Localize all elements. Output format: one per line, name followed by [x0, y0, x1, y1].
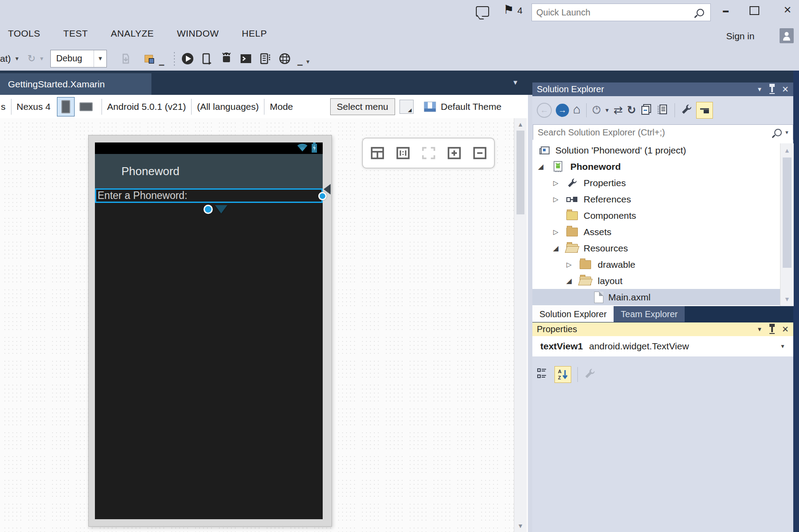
scroll-down-icon[interactable]: ▼ — [780, 296, 794, 303]
tree-scrollbar[interactable]: ▲ ▼ — [780, 143, 794, 306]
chevron-down-icon[interactable]: ▼ — [780, 343, 785, 349]
chevron-down-icon[interactable]: ▼ — [39, 56, 44, 62]
chevron-down-icon[interactable]: ▼ — [305, 59, 310, 65]
expander-collapsed-icon[interactable]: ▷ — [564, 261, 574, 269]
tree-item-solution[interactable]: Solution 'Phoneword' (1 project) — [532, 142, 780, 158]
select-menu-button[interactable]: Select menu — [330, 98, 395, 115]
properties-object-row[interactable]: textView1 android.widget.TextView ▼ — [532, 336, 793, 356]
device-log-icon[interactable] — [258, 51, 273, 66]
refresh-icon[interactable]: ↻ — [24, 51, 39, 66]
solution-explorer-titlebar[interactable]: Solution Explorer ▼ ✕ — [532, 82, 793, 96]
platform-combo-truncated[interactable]: at) — [0, 53, 11, 64]
tree-item-assets[interactable]: ▷ Assets — [532, 224, 780, 240]
notifications-flag-icon[interactable]: ⚑ — [503, 3, 514, 17]
alphabetical-sort-button[interactable]: AZ — [554, 366, 571, 383]
toolbar-overflow-icon[interactable]: ▁ — [298, 58, 303, 66]
forward-icon[interactable]: → — [556, 104, 569, 117]
menu-analyze[interactable]: ANALYZE — [106, 26, 158, 41]
switch-views-icon[interactable]: ⇄ — [614, 104, 623, 116]
tree-item-phoneword[interactable]: ◢ Phoneword — [532, 158, 780, 175]
scroll-up-icon[interactable]: ▲ — [780, 147, 794, 154]
zoom-out-button[interactable] — [473, 146, 487, 160]
emulator-manager-icon[interactable] — [277, 51, 292, 66]
pin-icon[interactable] — [771, 326, 773, 332]
android-sdk-icon[interactable] — [219, 51, 234, 66]
portrait-button[interactable] — [57, 97, 75, 116]
menu-test[interactable]: TEST — [59, 26, 92, 41]
sign-in-link[interactable]: Sign in — [726, 31, 754, 41]
menu-window[interactable]: WINDOW — [173, 26, 223, 41]
tree-item-main-axml[interactable]: Main.axml — [532, 289, 780, 305]
adb-console-icon[interactable] — [238, 51, 253, 66]
preview-selected-items-button[interactable] — [696, 102, 713, 119]
quick-launch-input[interactable] — [532, 7, 697, 18]
chevron-down-icon[interactable]: ▼ — [15, 56, 20, 62]
expander-expanded-icon[interactable]: ◢ — [564, 277, 574, 285]
selection-drag-triangle-icon[interactable] — [215, 205, 227, 214]
scrollbar-thumb[interactable] — [516, 131, 524, 214]
user-avatar-icon[interactable] — [780, 28, 794, 43]
designer-scrollbar[interactable]: ▲ ▼ — [514, 118, 527, 532]
language-selector[interactable]: (All languages) — [197, 101, 259, 112]
menu-tools[interactable]: TOOLS — [4, 26, 45, 41]
scroll-down-icon[interactable]: ▼ — [514, 522, 527, 529]
debug-combobox[interactable]: Debug ▼ — [50, 50, 107, 67]
scroll-up-icon[interactable]: ▲ — [514, 121, 527, 128]
window-position-chevron-icon[interactable]: ▼ — [757, 86, 762, 93]
expander-collapsed-icon[interactable]: ▷ — [551, 179, 561, 187]
run-button[interactable] — [180, 51, 195, 66]
zoom-in-button[interactable] — [447, 146, 461, 160]
tab-list-chevron-icon[interactable]: ▼ — [512, 79, 519, 86]
action-bar-settings-button[interactable]: ◢ — [400, 100, 414, 114]
theme-selector[interactable]: Default Theme — [441, 101, 501, 112]
solution-search-input[interactable] — [533, 127, 774, 138]
close-button[interactable]: ✕ — [778, 4, 797, 16]
split-view-button[interactable] — [370, 146, 384, 160]
minimize-button[interactable]: ▬ — [716, 4, 735, 15]
feedback-icon[interactable] — [476, 6, 489, 17]
scrollbar-thumb[interactable] — [783, 157, 791, 268]
expander-expanded-icon[interactable]: ◢ — [551, 244, 561, 252]
show-all-files-icon[interactable] — [656, 103, 669, 117]
chevron-down-icon[interactable]: ▼ — [94, 50, 106, 67]
categorized-view-icon[interactable] — [537, 367, 550, 382]
collapse-all-icon[interactable] — [640, 103, 652, 117]
window-position-chevron-icon[interactable]: ▼ — [757, 326, 762, 333]
new-instance-icon[interactable] — [142, 51, 157, 66]
os-version-selector[interactable]: Android 5.0.1 (v21) — [107, 101, 186, 112]
menu-help[interactable]: HELP — [237, 26, 271, 41]
search-icon[interactable] — [697, 9, 704, 16]
expander-expanded-icon[interactable]: ◢ — [536, 162, 546, 171]
close-icon[interactable]: ✕ — [782, 84, 789, 94]
actual-size-button[interactable] — [396, 146, 410, 160]
expander-collapsed-icon[interactable]: ▷ — [551, 228, 561, 236]
phone-screen[interactable]: Phoneword Enter a Phoneword: — [95, 142, 323, 519]
landscape-button[interactable] — [77, 97, 95, 116]
tree-item-components[interactable]: Components — [532, 207, 780, 224]
mode-label[interactable]: Mode — [270, 101, 293, 112]
tree-item-layout[interactable]: ◢ layout — [532, 273, 780, 289]
properties-wrench-icon[interactable] — [681, 104, 692, 117]
tab-solution-explorer[interactable]: Solution Explorer — [532, 306, 614, 322]
search-icon[interactable] — [774, 129, 782, 136]
tree-item-drawable[interactable]: ▷ drawable — [532, 256, 780, 273]
tree-item-references[interactable]: ▷ References — [532, 191, 780, 207]
deploy-device-icon[interactable] — [200, 51, 215, 66]
tree-item-properties[interactable]: ▷ Properties — [532, 175, 780, 191]
home-icon[interactable]: ⌂ — [573, 102, 580, 116]
document-tab[interactable]: GettingStarted.Xamarin — [0, 73, 151, 95]
close-icon[interactable]: ✕ — [782, 324, 789, 334]
tree-item-resources[interactable]: ◢ Resources — [532, 240, 780, 256]
refresh-icon[interactable]: ↻ — [627, 104, 636, 116]
chevron-down-icon[interactable]: ▼ — [604, 107, 610, 113]
device-selector[interactable]: Nexus 4 — [17, 101, 51, 112]
maximize-button[interactable] — [750, 6, 759, 15]
selected-textview[interactable]: Enter a Phoneword: — [95, 188, 323, 203]
properties-titlebar[interactable]: Properties ▼ ✕ — [532, 322, 793, 336]
selection-handle-bottom[interactable] — [204, 205, 213, 214]
pin-icon[interactable] — [771, 86, 773, 92]
toolbar-overflow-icon[interactable]: ▁ — [159, 58, 164, 66]
pending-changes-icon[interactable]: 🕐︎ — [592, 104, 600, 116]
expander-collapsed-icon[interactable]: ▷ — [551, 195, 561, 203]
tab-team-explorer[interactable]: Team Explorer — [614, 306, 685, 322]
